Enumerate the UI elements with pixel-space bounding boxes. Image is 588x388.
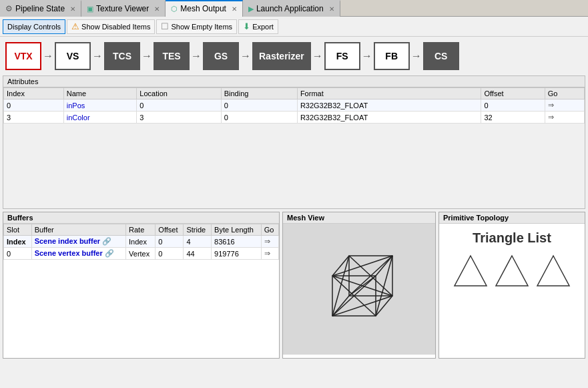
cell-location: 3 [137, 112, 221, 124]
arrow-5: → [240, 42, 251, 70]
stage-vs[interactable]: VS [55, 42, 91, 70]
buf-col-offset: Offset [156, 224, 184, 236]
cell-index: 3 [4, 112, 64, 124]
tab-pipeline-state[interactable]: ⚙ Pipeline State ✕ [0, 0, 81, 17]
cell-location: 0 [137, 100, 221, 112]
show-disabled-button[interactable]: ⚠ Show Disabled Items [67, 19, 155, 34]
cell-binding: 0 [221, 100, 297, 112]
buf-go[interactable]: ⇒ [261, 236, 278, 248]
arrow-8: → [411, 42, 422, 70]
buf-buffer[interactable]: Scene vertex buffer 🔗 [31, 248, 125, 260]
svg-marker-16 [455, 256, 487, 286]
tab-texture-viewer[interactable]: ▣ Texture Viewer ✕ [81, 0, 166, 17]
triangle-1 [453, 252, 488, 289]
cell-format: R32G32B32_FLOAT [297, 100, 481, 112]
close-pipeline-tab[interactable]: ✕ [70, 5, 75, 13]
arrow-3: → [141, 42, 152, 70]
stage-rasterizer[interactable]: Rasterizer [252, 42, 311, 70]
stage-fb[interactable]: FB [374, 42, 410, 70]
cell-format: R32G32B32_FLOAT [297, 112, 481, 124]
stage-gs[interactable]: GS [203, 42, 239, 70]
col-format: Format [297, 88, 481, 100]
col-name: Name [63, 88, 137, 100]
buf-buffer[interactable]: Scene index buffer 🔗 [31, 236, 125, 248]
table-row: 3 inColor 3 0 R32G32B32_FLOAT 32 ⇒ [4, 112, 585, 124]
attributes-table: Index Name Location Binding Format Offse… [3, 87, 585, 124]
table-row: 0 inPos 0 0 R32G32B32_FLOAT 0 ⇒ [4, 100, 585, 112]
mesh-view-panel: Mesh View [282, 212, 436, 359]
arrow-1: → [43, 42, 53, 70]
close-texture-tab[interactable]: ✕ [154, 5, 160, 13]
cell-name[interactable]: inColor [63, 112, 137, 124]
cell-name[interactable]: inPos [63, 100, 137, 112]
svg-line-14 [332, 256, 392, 276]
stage-vtx[interactable]: VTX [5, 42, 41, 70]
topology-title: Primitive Topology [439, 212, 585, 224]
col-location: Location [137, 88, 221, 100]
stage-cs[interactable]: CS [423, 42, 459, 70]
col-go: Go [545, 88, 584, 100]
show-empty-button[interactable]: ☐ Show Empty Items [156, 19, 237, 34]
tab-label: Texture Viewer [96, 4, 149, 13]
tab-mesh-output[interactable]: ⬡ Mesh Output ✕ [166, 0, 243, 17]
buf-stride: 44 [184, 248, 212, 260]
mesh-icon: ⬡ [171, 5, 178, 13]
buf-go[interactable]: ⇒ [261, 248, 278, 260]
close-mesh-tab[interactable]: ✕ [232, 5, 237, 13]
disabled-icon: ⚠ [71, 21, 79, 31]
buf-col-stride: Stride [184, 224, 212, 236]
tab-launch-app[interactable]: ▶ Launch Application ✕ [243, 0, 340, 17]
buf-slot: 0 [4, 248, 32, 260]
triangle-2 [495, 252, 529, 289]
export-icon: ⬇ [243, 21, 250, 31]
arrow-4: → [191, 42, 202, 70]
texture-icon: ▣ [87, 5, 93, 13]
pipeline-icon: ⚙ [5, 4, 13, 13]
export-label: Export [252, 23, 274, 31]
wireframe-cube [312, 242, 406, 336]
display-controls-label: Display Controls [7, 23, 61, 31]
cell-index: 0 [4, 100, 64, 112]
stage-tcs[interactable]: TCS [104, 42, 140, 70]
launch-icon: ▶ [248, 5, 254, 13]
stage-tes[interactable]: TES [154, 42, 190, 70]
triangle-3 [536, 252, 571, 289]
buf-col-buffer: Buffer [31, 224, 125, 236]
display-controls-button[interactable]: Display Controls [3, 19, 65, 34]
buffers-table: Slot Buffer Rate Offset Stride Byte Leng… [3, 224, 279, 260]
svg-marker-17 [496, 256, 528, 286]
svg-marker-18 [537, 256, 569, 286]
table-row: Index Scene index buffer 🔗 Index 0 4 836… [4, 236, 279, 248]
triangles-display [453, 252, 571, 289]
cell-binding: 0 [221, 112, 297, 124]
buf-bytelength: 919776 [212, 248, 262, 260]
col-binding: Binding [221, 88, 297, 100]
table-row: 0 Scene vertex buffer 🔗 Vertex 0 44 9197… [4, 248, 279, 260]
svg-line-9 [376, 256, 392, 316]
buf-col-bytelength: Byte Length [212, 224, 262, 236]
cell-go[interactable]: ⇒ [545, 112, 584, 124]
bottom-row: Buffers Slot Buffer Rate Offset Stride B… [3, 212, 585, 359]
svg-line-15 [332, 296, 392, 316]
arrow-2: → [92, 42, 103, 70]
buf-rate: Index [126, 236, 156, 248]
arrow-7: → [362, 42, 372, 70]
mesh-view-title: Mesh View [283, 212, 435, 224]
pipeline-stages: VTX → VS → TCS → TES → GS → Rasterizer →… [0, 37, 588, 75]
close-launch-tab[interactable]: ✕ [329, 5, 334, 13]
col-offset: Offset [481, 88, 545, 100]
export-button[interactable]: ⬇ Export [238, 19, 278, 34]
tab-label: Pipeline State [15, 4, 65, 13]
show-empty-label: Show Empty Items [171, 23, 232, 31]
buffers-title: Buffers [3, 212, 279, 224]
cell-go[interactable]: ⇒ [545, 100, 584, 112]
svg-line-7 [349, 276, 376, 296]
buf-bytelength: 83616 [212, 236, 262, 248]
buffers-panel: Buffers Slot Buffer Rate Offset Stride B… [3, 212, 280, 359]
toolbar: Display Controls ⚠ Show Disabled Items ☐… [0, 17, 588, 37]
tab-label: Mesh Output [180, 4, 226, 13]
buf-col-slot: Slot [4, 224, 32, 236]
cell-offset: 0 [481, 100, 545, 112]
attributes-title: Attributes [3, 76, 585, 87]
stage-fs[interactable]: FS [324, 42, 360, 70]
